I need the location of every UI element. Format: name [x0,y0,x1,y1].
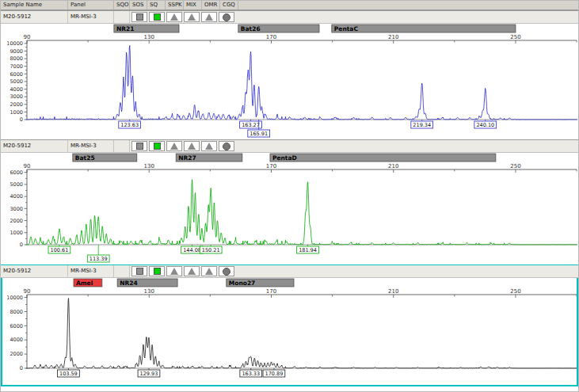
x-tick-label: 170 [266,288,276,295]
cgq-flag[interactable] [219,141,234,151]
y-tick-label: 2000 [10,218,23,224]
y-tick-label: 10000 [6,295,23,301]
quality-flags [131,141,236,151]
y-tick-label: 6000 [10,323,23,329]
sqo-cell [114,265,130,277]
peak-size-label: 219.34 [413,122,431,128]
marker-bar-pentac[interactable] [332,25,516,32]
y-tick-label: 3000 [10,93,23,100]
y-tick-label: 4000 [10,193,23,200]
column-header-mix[interactable]: MIX [184,1,202,10]
sspk-flag[interactable] [166,266,182,276]
peak-size-label: 129.93 [140,371,158,377]
mix-flag[interactable] [184,141,200,151]
sos-flag[interactable] [131,141,147,151]
y-tick-label: 8000 [10,55,23,62]
sos-flag[interactable] [131,266,147,276]
y-tick-label: 0 [20,116,23,123]
column-header-panel[interactable]: Panel [68,1,114,10]
electropherogram-panel-blue[interactable]: M20-5912 MR-MSI-3 NR21Bat26PentaC9013017… [1,10,578,139]
omr-flag-icon [205,13,213,21]
marker-label: Bat25 [75,154,95,162]
sq-flag-icon [154,143,161,150]
sos-flag[interactable] [131,12,147,22]
column-header-sos[interactable]: SOS [130,1,147,10]
x-tick-label: 210 [388,34,398,40]
panel-name[interactable]: MR-MSI-3 [68,140,114,152]
cgq-flag[interactable] [219,12,234,22]
omr-flag[interactable] [201,12,217,22]
peak-size-label: 165.91 [250,131,268,137]
sample-name[interactable]: M20-5912 [1,11,68,23]
quality-flags [131,266,236,276]
sq-flag[interactable] [149,12,165,22]
x-tick-label: 90 [24,34,31,40]
sspk-flag-icon [170,143,178,150]
sample-name[interactable]: M20-5912 [1,140,68,152]
column-header-sspk[interactable]: SSPK [166,1,184,10]
column-header-sq[interactable]: SQ [147,1,166,10]
sample-name[interactable]: M20-5912 [1,265,68,277]
marker-label: Mono27 [229,280,256,287]
cgq-flag[interactable] [219,266,234,276]
panel-name[interactable]: MR-MSI-3 [68,265,114,277]
sample-row[interactable]: M20-5912 MR-MSI-3 [1,140,578,153]
y-tick-label: 10000 [6,40,23,47]
column-header-cgq[interactable]: CGQ [220,1,238,10]
sq-flag[interactable] [149,266,165,276]
y-tick-label: 6000 [10,169,23,176]
peak-size-label: 240.10 [476,122,494,128]
table-header: Sample Name Panel SQO SOS SQ SSPK MIX OM… [1,1,578,10]
x-tick-label: 250 [510,288,520,295]
x-tick-label: 130 [144,34,154,40]
y-tick-label: 9000 [10,48,23,55]
electropherogram-panel-black-selected[interactable]: M20-5912 MR-MSI-3 AmelNR24Mono2790130170… [1,265,578,386]
marker-label: NR24 [120,280,138,287]
x-tick-label: 90 [24,288,31,295]
electropherogram-trace [26,299,577,368]
marker-label: Bat26 [241,25,261,32]
panel-name[interactable]: MR-MSI-3 [68,11,114,23]
marker-label: NR27 [178,154,196,162]
y-tick-label: 1000 [10,230,23,236]
column-header-sqo[interactable]: SQO [114,1,130,10]
cgq-flag-icon [223,13,230,21]
electropherogram-plot[interactable]: NR21Bat26PentaC9013017021025010000900080… [1,24,579,139]
mix-flag-icon [188,268,196,275]
electropherogram-trace [26,46,577,120]
column-header-omr[interactable]: OMR [202,1,220,10]
column-header-sample-name[interactable]: Sample Name [1,1,68,10]
x-tick-label: 170 [266,163,276,169]
electropherogram-plot[interactable]: Bat25NR27PentaD9013017021025060005000400… [1,153,579,265]
electropherogram-plot[interactable]: AmelNR24Mono2790130170210250100008000600… [1,278,579,386]
peak-size-label: 123.63 [120,122,139,128]
mix-flag-icon [188,143,196,150]
genotyping-app-window: Sample Name Panel SQO SOS SQ SSPK MIX OM… [0,0,579,392]
peak-size-label: 181.94 [299,247,317,253]
sq-flag[interactable] [149,141,165,151]
y-tick-label: 0 [20,242,23,248]
y-tick-label: 2000 [10,351,23,357]
peak-size-label: 163.27 [242,122,260,128]
sample-row[interactable]: M20-5912 MR-MSI-3 [1,11,578,24]
x-tick-label: 250 [510,163,520,169]
mix-flag[interactable] [184,266,200,276]
sample-row[interactable]: M20-5912 MR-MSI-3 [1,265,578,278]
peak-size-label: 144.08 [183,247,201,253]
marker-label: PentaD [272,154,297,162]
cgq-flag-icon [223,143,230,150]
sspk-flag[interactable] [166,12,182,22]
omr-flag[interactable] [201,141,217,151]
y-tick-label: 2000 [10,101,23,108]
header-filler [238,1,578,10]
marker-bar-pentad[interactable] [270,154,496,162]
sos-flag-icon [136,268,143,275]
omr-flag[interactable] [201,266,217,276]
cgq-flag-icon [223,268,230,276]
sspk-flag[interactable] [166,141,182,151]
mix-flag[interactable] [184,12,200,22]
electropherogram-panel-green[interactable]: M20-5912 MR-MSI-3 Bat25NR27PentaD9013017… [1,139,578,265]
marker-label: PentaC [334,25,359,32]
sspk-flag-icon [170,268,178,275]
x-tick-label: 210 [388,163,398,169]
